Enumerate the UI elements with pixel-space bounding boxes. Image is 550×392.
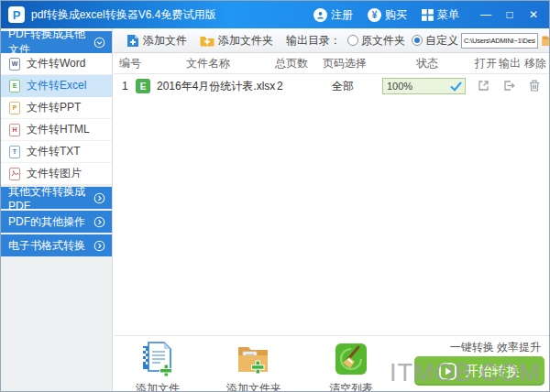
- excel-file-icon: E: [9, 80, 20, 93]
- add-folder-label: 添加文件夹: [218, 33, 273, 49]
- section-label: 其他文件转换成PDF: [8, 184, 94, 212]
- add-folder-large-icon: [236, 364, 271, 379]
- chevron-right-circle-icon: [94, 192, 105, 204]
- row-number: 1: [122, 74, 128, 98]
- app-logo-icon: P: [8, 6, 25, 23]
- radio-custom-label: 自定义: [425, 33, 458, 49]
- remove-file-button[interactable]: [528, 79, 541, 93]
- sidebar-item-label: 文件转HTML: [27, 122, 90, 137]
- titlebar: P pdf转换成excel转换器V6.4免费试用版 注册 ¥ 购买 菜单 — □: [1, 1, 549, 28]
- output-path-input[interactable]: [461, 33, 538, 49]
- tagline: 一键转换 效率提升: [450, 340, 541, 355]
- txt-file-icon: T: [9, 146, 20, 158]
- page-selection[interactable]: 全部: [332, 74, 354, 98]
- add-file-button-large[interactable]: 添加文件: [123, 342, 192, 392]
- browse-folder-button[interactable]: [542, 35, 550, 47]
- section-label: 电子书格式转换: [8, 238, 85, 254]
- grid-icon: [422, 9, 434, 21]
- excel-file-badge-icon: E: [136, 79, 150, 93]
- menu-label: 菜单: [437, 7, 459, 23]
- progress-value: 100%: [387, 81, 450, 92]
- radio-original-folder[interactable]: 原文件夹: [347, 33, 405, 49]
- register-label: 注册: [331, 7, 353, 23]
- add-folder-large-label: 添加文件夹: [219, 381, 289, 392]
- menu-button[interactable]: 菜单: [422, 7, 459, 23]
- sidebar: PDF转换成其他文件 W 文件转Word E 文件转Excel P 文件转PPT…: [1, 28, 113, 391]
- word-file-icon: W: [9, 58, 20, 71]
- sidebar-section-pdf-to-other[interactable]: PDF转换成其他文件: [1, 31, 112, 53]
- sidebar-item-image[interactable]: 文件转图片: [1, 163, 112, 185]
- add-file-button[interactable]: 添加文件: [126, 33, 187, 49]
- radio-custom[interactable]: 自定义: [412, 33, 458, 49]
- col-name: 文件名称: [186, 53, 230, 74]
- add-folder-icon: [200, 35, 214, 47]
- start-convert-button[interactable]: 开始转换: [414, 356, 544, 386]
- maximize-button[interactable]: □: [498, 1, 522, 28]
- clear-list-icon: [335, 364, 368, 379]
- start-convert-label: 开始转换: [465, 363, 520, 380]
- minimize-button[interactable]: —: [474, 1, 498, 28]
- chevron-down-circle-icon: [94, 37, 105, 49]
- file-name: 2016年4月份统计表.xlsx: [157, 74, 275, 98]
- chevron-right-circle-icon: [94, 216, 105, 228]
- add-file-label: 添加文件: [143, 33, 187, 49]
- radio-original-label: 原文件夹: [361, 33, 405, 49]
- window-title: pdf转换成excel转换器V6.4免费试用版: [31, 7, 215, 23]
- sidebar-item-html[interactable]: H 文件转HTML: [1, 119, 112, 141]
- html-file-icon: H: [9, 124, 20, 136]
- sidebar-item-ppt[interactable]: P 文件转PPT: [1, 97, 112, 119]
- buy-label: 购买: [385, 7, 407, 23]
- sidebar-item-txt[interactable]: T 文件转TXT: [1, 141, 112, 163]
- check-icon: [450, 82, 462, 92]
- sidebar-section-pdf-operations[interactable]: PDF的其他操作: [1, 211, 112, 233]
- sidebar-section-ebook-convert[interactable]: 电子书格式转换: [1, 234, 112, 256]
- sidebar-item-label: 文件转PPT: [27, 100, 81, 115]
- table-header: 编号 文件名称 总页数 页码选择 状态 打开 输出 移除: [114, 53, 549, 74]
- add-folder-button-large[interactable]: 添加文件夹: [219, 342, 289, 392]
- total-pages: 2: [277, 74, 283, 98]
- sidebar-item-label: 文件转Excel: [27, 78, 86, 93]
- sidebar-item-label: 文件转Word: [27, 56, 85, 71]
- radio-selected-icon: [412, 35, 423, 46]
- chevron-right-circle-icon: [94, 240, 105, 252]
- section-label: PDF的其他操作: [8, 214, 85, 230]
- add-file-large-icon: [141, 364, 174, 379]
- clear-list-label: 清空列表: [316, 381, 386, 392]
- col-status: 状态: [416, 53, 438, 74]
- app-window: P pdf转换成excel转换器V6.4免费试用版 注册 ¥ 购买 菜单 — □: [0, 0, 550, 392]
- sidebar-item-label: 文件转TXT: [27, 144, 81, 159]
- footer: 添加文件 添加文件夹: [114, 335, 549, 391]
- output-file-button[interactable]: [502, 79, 516, 93]
- col-pages: 总页数: [275, 53, 308, 74]
- col-output: 输出: [499, 53, 521, 74]
- close-button[interactable]: ✕: [522, 1, 545, 28]
- ppt-file-icon: P: [9, 102, 20, 114]
- open-file-button[interactable]: [477, 79, 490, 93]
- output-dir-label: 输出目录：: [286, 33, 341, 49]
- sidebar-section-other-to-pdf[interactable]: 其他文件转换成PDF: [1, 187, 112, 209]
- sidebar-item-excel[interactable]: E 文件转Excel: [1, 75, 112, 97]
- user-icon: [314, 8, 327, 22]
- add-file-large-label: 添加文件: [123, 381, 192, 392]
- progress-bar: 100%: [382, 78, 466, 94]
- radio-icon: [347, 35, 358, 46]
- register-button[interactable]: 注册: [314, 7, 353, 23]
- section-label: PDF转换成其他文件: [8, 27, 94, 58]
- clear-list-button-large[interactable]: 清空列表: [316, 342, 386, 392]
- add-file-icon: [126, 34, 139, 48]
- col-open: 打开: [475, 53, 497, 74]
- sidebar-item-label: 文件转图片: [27, 166, 82, 181]
- col-remove: 移除: [524, 53, 546, 74]
- image-file-icon: [9, 168, 20, 180]
- add-folder-button[interactable]: 添加文件夹: [200, 33, 273, 49]
- buy-button[interactable]: ¥ 购买: [368, 7, 407, 23]
- yuan-icon: ¥: [368, 8, 381, 22]
- table-row: 1 E 2016年4月份统计表.xlsx 2 全部 100%: [114, 74, 549, 98]
- play-icon: [439, 363, 456, 380]
- col-num: 编号: [119, 53, 141, 74]
- col-pageselect: 页码选择: [323, 53, 367, 74]
- toolbar: 添加文件 添加文件夹 输出目录： 原文件夹 自定义: [114, 28, 549, 53]
